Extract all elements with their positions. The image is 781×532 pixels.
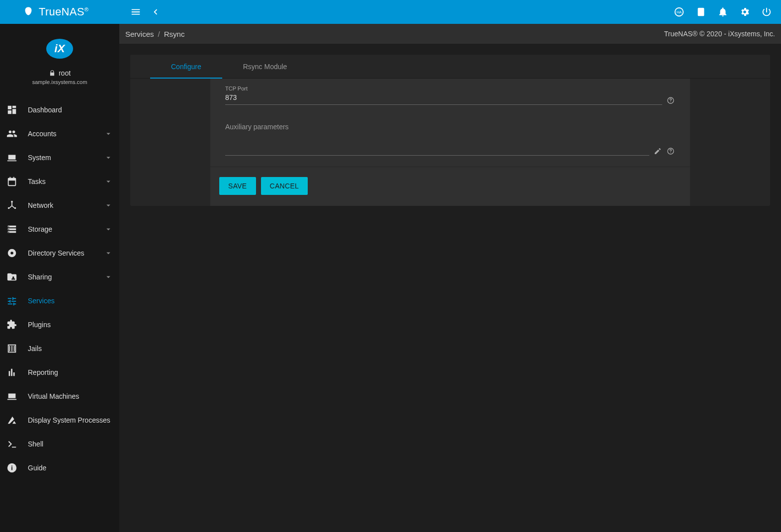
sidebar-item-label: Virtual Machines: [28, 392, 113, 400]
breadcrumb-sep: /: [158, 30, 160, 38]
extension-icon: [6, 319, 18, 331]
sidebar-item-label: Jails: [28, 345, 113, 353]
sidebar-item-guide[interactable]: Guide: [0, 456, 119, 480]
topbar: TrueNAS®: [0, 0, 781, 24]
save-button[interactable]: SAVE: [219, 177, 256, 195]
expand-caret-icon: [103, 129, 113, 139]
nav-list: DashboardAccountsSystemTasksNetworkStora…: [0, 98, 119, 480]
sidebar-item-virtual-machines[interactable]: Virtual Machines: [0, 384, 119, 408]
sidebar-item-reporting[interactable]: Reporting: [0, 360, 119, 384]
laptop-icon: [6, 152, 18, 164]
form-card: TCP Port Auxiliary parameters: [210, 79, 690, 206]
expand-caret-icon: [103, 224, 113, 234]
brand-block: iX root sample.ixsystems.com: [0, 24, 119, 98]
product-logo[interactable]: TrueNAS®: [22, 5, 88, 18]
aux-edit-icon[interactable]: [653, 147, 662, 156]
aux-label: Auxiliary parameters: [225, 123, 289, 131]
aux-help-icon[interactable]: [666, 147, 675, 156]
aux-params-input[interactable]: [225, 119, 649, 156]
tab-rsync-module[interactable]: Rsync Module: [222, 55, 308, 78]
sidebar-item-directory-services[interactable]: Directory Services: [0, 241, 119, 265]
expand-caret-icon: [103, 248, 113, 258]
form-actions: SAVE CANCEL: [210, 167, 690, 206]
info-icon: [6, 462, 18, 474]
sidebar-item-plugins[interactable]: Plugins: [0, 313, 119, 337]
sidebar-item-label: Network: [28, 201, 103, 209]
sidebar-item-label: Services: [28, 297, 113, 305]
sidebar-item-label: Guide: [28, 464, 113, 472]
perm_data-icon: [6, 414, 18, 426]
tab-configure[interactable]: Configure: [150, 55, 222, 78]
expand-caret-icon: [103, 153, 113, 163]
sidebar-item-dashboard[interactable]: Dashboard: [0, 98, 119, 122]
tcp-port-help-icon[interactable]: [666, 96, 675, 105]
hostname: sample.ixsystems.com: [0, 79, 119, 85]
tune-icon: [6, 295, 18, 307]
sidebar-item-label: Accounts: [28, 130, 103, 138]
back-icon[interactable]: [150, 6, 161, 17]
sidebar-item-network[interactable]: Network: [0, 193, 119, 217]
user-line: root: [0, 69, 119, 77]
sidebar-item-services[interactable]: Services: [0, 289, 119, 313]
terminal-icon: [6, 438, 18, 450]
sidebar-item-label: Shell: [28, 440, 113, 448]
content-card: ConfigureRsync Module TCP Port Auxiliary…: [130, 55, 770, 206]
sidebar-item-label: Display System Processes: [28, 416, 113, 424]
expand-caret-icon: [103, 272, 113, 282]
sidebar-item-storage[interactable]: Storage: [0, 217, 119, 241]
breadcrumb-bar: Services / Rsync TrueNAS® © 2020 - iXsys…: [119, 24, 781, 44]
sidebar-item-label: Dashboard: [28, 106, 113, 114]
sidebar: iX root sample.ixsystems.com DashboardAc…: [0, 24, 119, 532]
sidebar-item-label: Storage: [28, 225, 103, 233]
sidebar-item-label: Sharing: [28, 273, 103, 281]
sidebar-item-label: Reporting: [28, 368, 113, 376]
laptop-icon: [6, 390, 18, 402]
expand-caret-icon: [103, 177, 113, 186]
copyright: TrueNAS® © 2020 - iXsystems, Inc.: [664, 30, 775, 38]
tab-bar: ConfigureRsync Module: [130, 55, 770, 79]
field-tcp-port: TCP Port: [225, 86, 675, 105]
dashboard-icon: [6, 104, 18, 116]
sidebar-item-sharing[interactable]: Sharing: [0, 265, 119, 289]
tcp-port-label: TCP Port: [225, 86, 675, 91]
cancel-button[interactable]: CANCEL: [261, 177, 308, 195]
username: root: [59, 69, 71, 77]
breadcrumb-current: Rsync: [164, 30, 185, 38]
sidebar-item-shell[interactable]: Shell: [0, 432, 119, 456]
sidebar-item-label: Plugins: [28, 321, 113, 329]
ha-status-icon[interactable]: [674, 6, 685, 17]
people-icon: [6, 128, 18, 140]
clipboard-icon[interactable]: [695, 6, 706, 17]
tcp-port-input[interactable]: [225, 91, 662, 105]
ix-logo-icon: iX: [46, 39, 73, 59]
sidebar-item-accounts[interactable]: Accounts: [0, 122, 119, 146]
breadcrumb-root[interactable]: Services: [125, 30, 154, 38]
folder_shared-icon: [6, 271, 18, 283]
device_hub-icon: [6, 199, 18, 211]
sidebar-item-tasks[interactable]: Tasks: [0, 170, 119, 193]
menu-toggle-icon[interactable]: [130, 6, 141, 17]
sidebar-item-jails[interactable]: Jails: [0, 337, 119, 360]
notifications-icon[interactable]: [717, 6, 728, 17]
svg-text:iX: iX: [55, 42, 66, 55]
jail-icon: [6, 343, 18, 355]
sidebar-item-system[interactable]: System: [0, 146, 119, 170]
bar_chart-icon: [6, 366, 18, 378]
album-icon: [6, 247, 18, 259]
expand-caret-icon: [103, 200, 113, 210]
main: Services / Rsync TrueNAS® © 2020 - iXsys…: [119, 24, 781, 532]
sidebar-item-label: Tasks: [28, 177, 103, 185]
settings-icon[interactable]: [739, 6, 750, 17]
sidebar-item-label: Directory Services: [28, 249, 103, 257]
storage-icon: [6, 223, 18, 235]
power-icon[interactable]: [761, 6, 772, 17]
field-aux-params: Auxiliary parameters: [225, 119, 675, 156]
product-name: TrueNAS®: [39, 5, 88, 18]
date_range-icon: [6, 176, 18, 187]
sidebar-item-display-system-processes[interactable]: Display System Processes: [0, 408, 119, 432]
sidebar-item-label: System: [28, 154, 103, 162]
